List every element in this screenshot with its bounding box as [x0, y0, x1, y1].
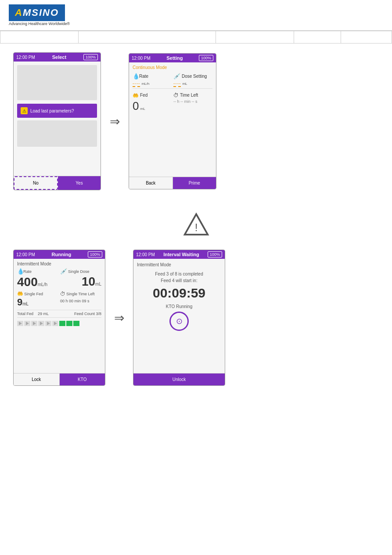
select-content: ⚠ Load last parameters?: [14, 62, 101, 154]
select-screen-header: 12:00 PM Select 100%: [14, 53, 101, 62]
lock-button[interactable]: Lock: [14, 374, 60, 385]
fed-item: Fed 0 mL: [133, 91, 172, 113]
divider1: [133, 88, 212, 89]
doc-cell-2: [79, 31, 216, 44]
drop-icon: [133, 73, 138, 80]
running-body: Intermittent Mode Rate 400mL/h: [14, 259, 105, 373]
doc-cell-4: [294, 31, 341, 44]
doc-cell-5: [341, 31, 392, 44]
fed-value-wrap: 0 mL: [133, 99, 145, 113]
alert-box: ⚠ Load last parameters?: [17, 104, 97, 118]
arrow-right-1: ⇒: [110, 114, 120, 129]
dot-7: [59, 321, 65, 326]
dot-5: [45, 321, 51, 326]
fed-big-value: 0: [133, 99, 139, 112]
alert-text: Load last parameters?: [30, 109, 74, 113]
interval-battery: 100%: [208, 251, 222, 258]
setting-footer: Back Prime: [129, 177, 216, 189]
running-content: Intermittent Mode Rate 400mL/h: [14, 259, 105, 331]
setting-battery: 100%: [199, 55, 213, 61]
select-time: 12:00 PM: [16, 55, 35, 60]
total-fed-bar: Total Fed 29 mL Feed Count 3/8: [17, 310, 101, 318]
single-fed-label: Single Fed: [17, 291, 58, 297]
dose-dashed: ---- mL: [173, 80, 187, 86]
feed-completed: Feed 3 of 8 is completed: [137, 272, 221, 276]
yes-button[interactable]: Yes: [58, 176, 101, 190]
dot-3: [31, 321, 37, 326]
dot-9: [73, 321, 79, 326]
time-left-label: Time Left: [173, 91, 198, 98]
running-mode: Intermittent Mode: [17, 261, 101, 266]
gray-area-bottom: [17, 120, 97, 147]
kto-running: KTO Running: [137, 304, 221, 309]
interval-screen: 12:00 PM Interval Waiting 100% Intermitt…: [133, 250, 225, 386]
kto-icon-container: ⊙: [137, 312, 221, 331]
dose-item: Dose Setting ---- mL: [173, 73, 212, 86]
continuous-mode-label: Continuous Mode: [133, 65, 212, 70]
running-battery: 100%: [88, 251, 102, 258]
header: AMSINO Advancing Healthcare Worldwide®: [0, 0, 392, 31]
fed-label: Fed: [133, 91, 147, 98]
svg-text:!: !: [194, 221, 198, 233]
main-content: 12:00 PM Select 100% ⚠ Load last paramet…: [0, 44, 392, 395]
clock-icon: [173, 91, 179, 98]
single-fed-col: Single Fed 9mL: [17, 291, 58, 308]
setting-screen: 12:00 PM Setting 100% Continuous Mode Ra…: [129, 53, 216, 189]
warning-area: !: [13, 203, 379, 245]
prime-button[interactable]: Prime: [173, 177, 216, 189]
fed-time-grid: Single Fed 9mL Single Time Left 00 h: [17, 291, 101, 308]
total-fed-label: Total Fed 29 mL: [17, 312, 49, 316]
running-screen: 12:00 PM Running 100% Intermittent Mode …: [13, 250, 105, 386]
running-footer: Lock KTO: [14, 373, 105, 385]
single-time-col: Single Time Left 00 h 00 min 09 s: [60, 291, 101, 308]
arrow-right-2: ⇒: [114, 311, 124, 325]
drop-icon2: [17, 268, 22, 275]
fed-icon: [133, 91, 139, 98]
settings-grid: Rate ---- mL/h Dose Setting: [133, 73, 212, 86]
running-time: 12:00 PM: [16, 252, 35, 257]
dose-icon2: [60, 268, 67, 275]
logo-text: AMSINO: [15, 7, 59, 18]
rate-item: Rate ---- mL/h: [133, 73, 172, 86]
warning-triangle-icon: !: [183, 212, 209, 236]
time-string: 00 h 00 min 09 s: [60, 299, 101, 303]
kto-circle-icon: ⊙: [169, 312, 189, 331]
time-left-item: Time Left -- h -- min -- s: [173, 91, 212, 113]
logo-subtitle: Advancing Healthcare Worldwide®: [9, 22, 70, 26]
unlock-button[interactable]: Unlock: [133, 374, 225, 385]
dot-1: [17, 321, 23, 326]
back-button[interactable]: Back: [129, 177, 173, 189]
dot-8: [66, 321, 72, 326]
setting-time: 12:00 PM: [132, 56, 151, 61]
select-footer: No Yes: [14, 176, 101, 190]
dose-small-label: Single Dose: [60, 268, 101, 275]
rate-col: Rate 400mL/h: [17, 268, 58, 289]
setting-title: Setting: [166, 55, 183, 61]
rate-dashed: ---- mL/h: [133, 80, 149, 86]
kto-button[interactable]: KTO: [60, 374, 105, 385]
setting-body: Continuous Mode Rate ---- mL/h: [129, 62, 216, 177]
setting-content: Continuous Mode Rate ---- mL/h: [129, 62, 216, 116]
gray-area-top: [17, 65, 97, 100]
interval-body: Intermittent Mode Feed 3 of 8 is complet…: [133, 259, 225, 373]
dot-2: [24, 321, 30, 326]
select-battery: 100%: [83, 54, 98, 60]
logo-container: AMSINO Advancing Healthcare Worldwide®: [9, 4, 383, 26]
interval-mode: Intermittent Mode: [137, 262, 221, 267]
rate-big: 400mL/h: [17, 275, 58, 289]
rate-small-label: Rate: [17, 268, 58, 275]
no-button[interactable]: No: [14, 176, 58, 190]
select-screen: 12:00 PM Select 100% ⚠ Load last paramet…: [13, 52, 101, 190]
single-fed-big: 9mL: [17, 297, 58, 308]
fed-icon2: [17, 291, 23, 297]
progress-dots: [17, 319, 101, 327]
interval-title: Interval Waiting: [163, 252, 199, 257]
dose-label: Dose Setting: [173, 73, 207, 80]
fed-unit: mL: [140, 107, 145, 111]
doc-cell-3: [216, 31, 294, 44]
feed-start: Feed 4 will start in:: [137, 278, 221, 283]
alert-icon: ⚠: [21, 107, 28, 114]
doc-cell-1: [0, 31, 79, 44]
dose-big: 10mL: [60, 275, 101, 289]
time-left-value: -- h -- min -- s: [173, 99, 198, 104]
